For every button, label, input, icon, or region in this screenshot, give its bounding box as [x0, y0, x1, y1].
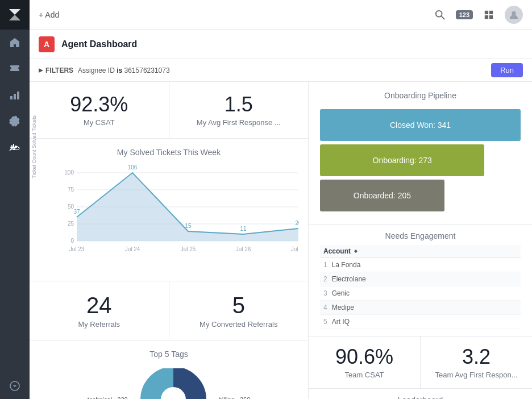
left-panel: 92.3% My CSAT 1.5 My Avg First Response …: [30, 82, 308, 399]
team-csat-card: 90.6% Team CSAT: [309, 336, 421, 388]
svg-rect-9: [489, 15, 493, 18]
svg-text:11: 11: [240, 226, 247, 232]
my-converted-referrals-value: 5: [183, 293, 295, 318]
svg-rect-1: [14, 94, 16, 99]
filter-label: FILTERS: [45, 66, 73, 74]
svg-text:Jul 24: Jul 24: [125, 246, 140, 252]
svg-text:20: 20: [295, 220, 299, 226]
add-label: + Add: [39, 10, 59, 19]
team-csat-label: Team CSAT: [320, 371, 409, 379]
needs-engagement-section: Needs Engagement Account 1La Fonda2Elect…: [309, 225, 532, 336]
svg-point-4: [435, 10, 442, 16]
team-avg-response-value: 3.2: [432, 346, 521, 368]
top-bar: + Add 123: [30, 0, 532, 30]
sidebar-item-analytics[interactable]: [0, 134, 30, 160]
sidebar-item-home[interactable]: [0, 30, 30, 56]
svg-text:37: 37: [73, 209, 80, 215]
table-row: 3Genic: [320, 286, 521, 301]
my-avg-response-card: 1.5 My Avg First Response ...: [169, 82, 309, 138]
svg-point-10: [512, 11, 516, 15]
dashboard-header: A Agent Dashboard: [30, 30, 532, 59]
pipeline-bar-onboarding: Onboarding: 273: [320, 144, 484, 176]
my-avg-response-label: My Avg First Response ...: [183, 118, 295, 127]
my-referrals-value: 24: [43, 293, 155, 318]
svg-text:100: 100: [64, 169, 74, 176]
leaderboard-title: Leaderboard: [320, 396, 521, 399]
filter-toggle[interactable]: FILTERS: [39, 66, 73, 74]
left-navigation: [0, 0, 30, 399]
my-csat-value: 92.3%: [43, 93, 155, 116]
top-tags-section: Top 5 Tags technical · 230 billing · 260: [30, 340, 308, 399]
my-stats-row: 92.3% My CSAT 1.5 My Avg First Response …: [30, 82, 308, 139]
table-row: 4Medipe: [320, 301, 521, 315]
referrals-row: 24 My Referrals 5 My Converted Referrals: [30, 281, 308, 340]
nav-logo[interactable]: [0, 0, 30, 30]
svg-rect-2: [17, 92, 19, 99]
my-csat-card: 92.3% My CSAT: [30, 82, 169, 138]
leaderboard-section: Leaderboard: [309, 389, 532, 399]
sidebar-item-tickets[interactable]: [0, 56, 30, 82]
dashboard-body: 92.3% My CSAT 1.5 My Avg First Response …: [30, 82, 532, 399]
filter-bar: FILTERS Assignee ID is 361576231073 Run: [30, 59, 532, 82]
svg-text:Jul 26: Jul 26: [236, 246, 251, 252]
team-csat-value: 90.6%: [320, 346, 409, 368]
top-bar-icons: 123: [431, 6, 523, 24]
pipeline-bar-closed-won: Closed Won: 341: [320, 109, 521, 141]
my-converted-referrals-card: 5 My Converted Referrals: [169, 281, 309, 340]
user-avatar[interactable]: [505, 6, 523, 24]
my-referrals-label: My Referrals: [43, 320, 155, 329]
top-tags-title: Top 5 Tags: [39, 350, 299, 359]
sidebar-item-settings[interactable]: [0, 108, 30, 134]
team-stats-row: 90.6% Team CSAT 3.2 Team Avg First Respo…: [309, 336, 532, 389]
svg-text:15: 15: [185, 223, 192, 229]
my-converted-referrals-label: My Converted Referrals: [183, 320, 295, 329]
billing-label: billing · 260: [219, 396, 251, 399]
my-referrals-card: 24 My Referrals: [30, 281, 169, 340]
filter-condition: Assignee ID is 361576231073: [78, 66, 170, 74]
svg-text:Jul 27: Jul 27: [291, 246, 299, 252]
solved-tickets-title: My Solved Tickets This Week: [39, 148, 299, 157]
svg-rect-7: [489, 10, 493, 14]
svg-line-5: [441, 16, 444, 19]
account-column-header[interactable]: Account: [320, 245, 521, 258]
my-avg-response-value: 1.5: [183, 93, 295, 116]
svg-marker-11: [39, 68, 43, 73]
svg-text:Jul 23: Jul 23: [69, 246, 85, 252]
sidebar-item-reports[interactable]: [0, 82, 30, 108]
my-csat-label: My CSAT: [43, 118, 155, 127]
table-row: 1La Fonda: [320, 258, 521, 272]
right-panel: Onboarding Pipeline Closed Won: 341 Onbo…: [308, 82, 532, 399]
solved-tickets-section: My Solved Tickets This Week Ticket Count…: [30, 139, 308, 281]
search-button[interactable]: [431, 6, 449, 24]
run-button[interactable]: Run: [491, 63, 523, 77]
svg-text:Jul 25: Jul 25: [181, 246, 196, 252]
onboarding-pipeline-section: Onboarding Pipeline Closed Won: 341 Onbo…: [309, 82, 532, 225]
table-row: 5Art IQ: [320, 315, 521, 329]
svg-text:75: 75: [68, 186, 74, 193]
sidebar-item-bottom[interactable]: [0, 373, 30, 399]
dashboard-title: Agent Dashboard: [61, 39, 137, 49]
grid-view-button[interactable]: [480, 6, 498, 24]
svg-text:25: 25: [68, 221, 74, 227]
y-axis-label: Ticket Count Solved Tickets: [31, 115, 37, 178]
technical-label: technical · 230: [88, 396, 128, 399]
svg-rect-8: [485, 15, 488, 18]
main-content: + Add 123 A Agent Dashboard FILTERS: [30, 0, 532, 399]
svg-text:106: 106: [128, 164, 138, 171]
add-button[interactable]: + Add: [39, 10, 59, 19]
dashboard-app-icon: A: [39, 36, 55, 52]
svg-text:0: 0: [70, 238, 74, 244]
pipeline-title: Onboarding Pipeline: [320, 91, 521, 100]
team-avg-response-label: Team Avg First Respon...: [432, 371, 521, 379]
svg-rect-6: [485, 10, 488, 14]
table-row: 2Electrolane: [320, 272, 521, 286]
engagement-title: Needs Engagement: [320, 231, 521, 240]
team-avg-response-card: 3.2 Team Avg First Respon...: [421, 336, 532, 388]
notification-badge[interactable]: 123: [456, 10, 473, 19]
pipeline-bar-onboarded: Onboarded: 205: [320, 180, 444, 211]
engagement-table: Account 1La Fonda2Electrolane3Genic4Medi…: [320, 245, 521, 329]
svg-rect-0: [10, 96, 13, 99]
donut-chart: technical · 230 billing · 260: [39, 365, 299, 399]
